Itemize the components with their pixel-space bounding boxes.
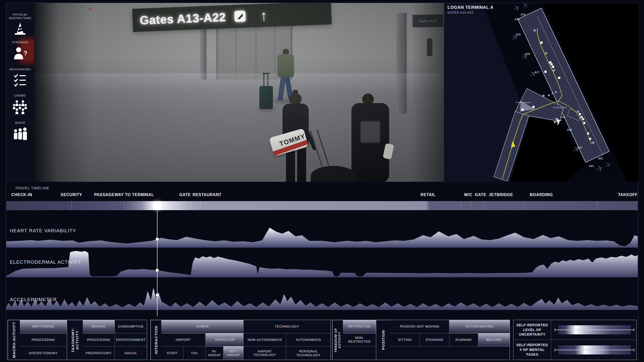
cell-processing-tax[interactable]: PROCESSING	[83, 333, 115, 347]
chart-electrodermal-activity: ELECTRODERMAL ACTIVITY	[6, 249, 638, 277]
chart-label: ACCELEROMETER	[10, 297, 57, 302]
map-header: LOGAN TERMINAL A GATES A13-A22	[448, 5, 494, 14]
svg-text:?: ?	[24, 50, 27, 57]
position-title: POSITION	[376, 320, 390, 360]
traffic-cone-icon	[6, 22, 34, 36]
svg-text:✈: ✈	[519, 50, 531, 62]
cell-active-moving[interactable]: ACTIVE/MOVING	[449, 320, 510, 333]
interaction-box: INTERACTION HUMAN TECHNOLOGY AIRPORT TRA…	[150, 320, 331, 360]
cctv-video-feed: Gates A13-A22 ↑ Gates A13	[34, 3, 444, 182]
cell-processing-macro[interactable]: PROCESSING	[20, 333, 67, 347]
timeline-scrubber-bar[interactable]	[6, 201, 638, 210]
mental-tasks-slider-track	[555, 350, 634, 350]
uncertainty-slider[interactable]	[551, 320, 636, 340]
cell-tsa[interactable]: TSA	[183, 346, 206, 360]
cell-position-empty	[390, 346, 510, 360]
chart-label: HEART RATE VARIABILITY	[10, 228, 76, 234]
sidebar-item-anticipatory[interactable]: ANTICIPATORY	[6, 68, 34, 88]
queue-icon	[6, 127, 34, 143]
stage-boarding: BOARDING	[530, 193, 553, 197]
svg-text:A13: A13	[520, 13, 526, 16]
self-reported-mental-tasks-label: SELF-REPORTED # OF MENTAL TASKS	[513, 340, 551, 360]
cell-walking[interactable]: WALKING	[478, 333, 510, 347]
sidebar-item-label: ANTICIPATORY	[6, 68, 34, 71]
svg-text:A21: A21	[589, 165, 594, 167]
cell-passive-not-moving[interactable]: PASSIVE/ NOT MOVING	[390, 320, 449, 333]
stage-restaurant: RESTAURANT	[192, 193, 221, 197]
terminal-map: ✈ ✈ ✈ ✈ ✈ ✈ ✈ ✈ ✈ A13 A14 A15 A16 A17 A1…	[444, 3, 638, 182]
cell-preparatory[interactable]: PREPARATORY	[83, 346, 115, 360]
stage-wc: W/C	[464, 193, 472, 197]
freedom-of-activity-title: FREEDOM OF ACTIVITY	[332, 320, 343, 360]
cell-staff[interactable]: STAFF	[161, 346, 183, 360]
svg-text:A22: A22	[598, 157, 603, 160]
cell-entertainment[interactable]: ENTERTAINMENT	[115, 333, 147, 347]
svg-text:✈: ✈	[603, 159, 614, 170]
crowd-icon	[6, 100, 34, 116]
sidebar-item-label: CROWD	[6, 94, 34, 98]
cell-social[interactable]: SOCIAL	[115, 346, 147, 360]
chart-label: ELECTRODERMAL ACTIVITY	[10, 259, 81, 265]
taxonomy-activity-title: TAXONOMY- ACTIVITY	[67, 320, 83, 360]
map-note: To Delta Sky Club	[553, 107, 567, 109]
cell-freedom-empty	[343, 346, 376, 360]
cell-sitting[interactable]: SITTING	[390, 333, 420, 347]
cell-restricted[interactable]: RESTRICTED	[343, 320, 376, 333]
mental-tasks-slider[interactable]	[551, 340, 636, 360]
cell-human[interactable]: HUMAN	[161, 320, 244, 333]
cell-airport[interactable]: AIRPORT	[161, 333, 206, 347]
cell-autonomous[interactable]: AUTONOMOUS	[286, 333, 331, 347]
vignette-overlay	[34, 3, 444, 182]
cell-discretionary[interactable]: DISCRETIONARY	[20, 346, 67, 360]
playhead-knob[interactable]	[153, 201, 161, 209]
svg-text:A18: A18	[560, 116, 565, 119]
map-title: LOGAN TERMINAL A	[448, 5, 494, 10]
cell-non-autonomous[interactable]: NON-AUTONOMOUS	[244, 333, 286, 347]
cell-out-group[interactable]: OUT-GROUP	[223, 346, 244, 360]
stage-passageway: PASSAGEWAY TO TERMINAL	[94, 193, 154, 197]
macro-taxonomy-box: MACRO-ACTIVITY WAYFINDING TAXONOMY- ACTI…	[8, 320, 147, 360]
cell-traveller[interactable]: TRAVELLER	[206, 333, 244, 347]
stage-check-in: CHECK-IN	[11, 193, 32, 197]
macro-activity-title: MACRO-ACTIVITY	[8, 320, 20, 360]
sidebar-item-crowd[interactable]: CROWD	[6, 94, 34, 116]
stage-security: SECURITY	[61, 193, 82, 197]
playhead-line[interactable]	[157, 210, 157, 316]
sidebar-item-label: QUEUE	[6, 121, 34, 125]
svg-text:A15: A15	[516, 33, 521, 36]
sidebar-item-physical-restrictions[interactable]: PHYSICAL RESTRICTIONS	[6, 13, 34, 36]
cell-technology[interactable]: TECHNOLOGY	[244, 320, 331, 333]
svg-text:A17: A17	[535, 71, 540, 74]
map-note: To Main Concourse	[516, 102, 531, 103]
svg-text:A16: A16	[525, 53, 530, 55]
cell-moving[interactable]: MOVING	[83, 320, 115, 333]
svg-text:✈: ✈	[528, 68, 539, 80]
stage-gate-2: GATE	[475, 193, 486, 197]
interaction-title: INTERACTION	[151, 320, 161, 360]
map-subtitle: GATES A13-A22	[448, 11, 494, 14]
chart-heart-rate-variability: HEART RATE VARIABILITY	[6, 225, 638, 248]
chart-accelerometer: ACCELEROMETER	[6, 288, 638, 310]
cell-airport-technology[interactable]: AIRPORT TECHNOLOGY	[244, 346, 286, 360]
stage-takeoff: TAKEOFF	[618, 193, 638, 197]
cell-non-restricted[interactable]: NON- RESTRICTED	[343, 333, 376, 347]
cell-running[interactable]: RUNNING	[449, 333, 478, 347]
person-question-icon: ?	[6, 46, 34, 62]
svg-text:A14: A14	[515, 18, 520, 21]
cell-consumptive[interactable]: CONSUMPTIVE	[115, 320, 147, 333]
svg-text:✈: ✈	[511, 3, 522, 14]
sidebar-item-stranger[interactable]: STRANGER ?	[6, 41, 34, 62]
cell-wayfinding[interactable]: WAYFINDING	[20, 320, 67, 333]
self-reported-box: SELF-REPORTED LEVEL OF UNCERTAINTY SELF-…	[513, 320, 636, 360]
checklist-icon	[6, 73, 34, 88]
stage-retail: RETAIL	[421, 193, 436, 197]
cell-personal-technology[interactable]: PERSONAL TECHNOLOGY	[286, 346, 331, 360]
event-sidebar: PHYSICAL RESTRICTIONS STRANGER ?	[6, 3, 34, 182]
svg-text:A20: A20	[577, 146, 582, 149]
affective-telemetry-dashboard: PHYSICAL RESTRICTIONS STRANGER ?	[0, 0, 644, 362]
cell-in-group[interactable]: IN-GROUP	[206, 346, 223, 360]
cell-standing[interactable]: STANDING	[420, 333, 449, 347]
svg-text:A19: A19	[567, 128, 572, 131]
sidebar-item-queue[interactable]: QUEUE	[6, 121, 34, 143]
stage-gate: GATE	[179, 193, 191, 197]
